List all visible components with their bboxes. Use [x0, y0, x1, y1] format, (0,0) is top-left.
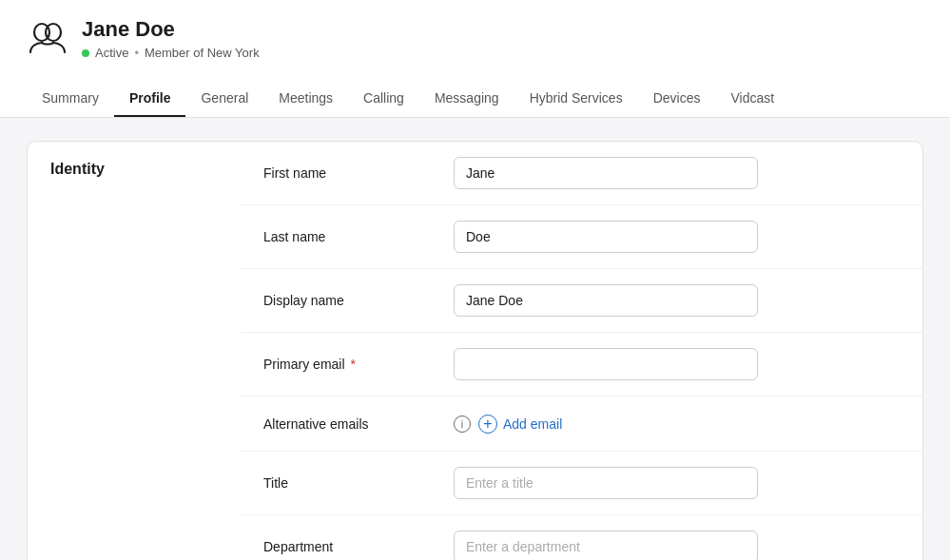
title-input-wrapper: [454, 467, 758, 499]
identity-card: Identity First name Last name: [27, 141, 923, 560]
alt-emails-label: Alternative emails: [263, 416, 454, 432]
first-name-input[interactable]: [454, 157, 758, 189]
identity-label-column: Identity: [28, 142, 241, 560]
avatar: [27, 18, 68, 60]
first-name-row: First name: [241, 142, 922, 205]
tab-summary[interactable]: Summary: [27, 81, 114, 117]
member-of-label: Member of New York: [145, 46, 260, 60]
main-content: Identity First name Last name: [0, 118, 950, 560]
first-name-label: First name: [263, 165, 454, 181]
display-name-input[interactable]: [454, 284, 758, 317]
identity-fields-column: First name Last name Display name: [241, 142, 922, 560]
title-label: Title: [263, 475, 454, 491]
tab-profile[interactable]: Profile: [114, 81, 186, 117]
department-input-wrapper: [454, 531, 758, 560]
section-identity-label: Identity: [50, 161, 105, 177]
add-circle-icon: +: [478, 415, 497, 434]
department-row: Department: [241, 515, 922, 560]
status-dot: [82, 49, 89, 57]
title-input[interactable]: [454, 467, 758, 499]
nav-tabs: Summary Profile General Meetings Calling…: [27, 81, 923, 117]
required-indicator: *: [350, 357, 355, 372]
tab-calling[interactable]: Calling: [348, 81, 419, 117]
svg-point-1: [46, 24, 61, 41]
primary-email-label: Primary email *: [263, 357, 454, 372]
display-name-row: Display name: [241, 269, 922, 333]
last-name-row: Last name: [241, 205, 922, 269]
user-meta: Active • Member of New York: [82, 46, 260, 60]
tab-meetings[interactable]: Meetings: [263, 81, 348, 117]
last-name-label: Last name: [263, 229, 454, 244]
display-name-label: Display name: [263, 293, 454, 308]
title-row: Title: [241, 452, 922, 515]
tab-vidcast[interactable]: Vidcast: [715, 81, 789, 117]
department-label: Department: [263, 539, 454, 554]
info-icon[interactable]: i: [454, 415, 471, 433]
user-name: Jane Doe: [82, 17, 260, 42]
primary-email-input[interactable]: [454, 348, 758, 380]
status-label: Active: [95, 46, 128, 60]
display-name-input-wrapper: [454, 284, 758, 317]
add-email-button[interactable]: + Add email: [478, 415, 562, 434]
alt-email-content: i + Add email: [454, 415, 562, 434]
user-details: Jane Doe Active • Member of New York: [82, 17, 260, 60]
dot-sep: •: [134, 46, 139, 60]
primary-email-input-wrapper: [454, 348, 758, 380]
identity-section: Identity First name Last name: [28, 142, 922, 560]
last-name-input-wrapper: [454, 221, 758, 253]
primary-email-row: Primary email *: [241, 333, 922, 396]
department-input[interactable]: [454, 531, 758, 560]
tab-general[interactable]: General: [185, 81, 263, 117]
tab-devices[interactable]: Devices: [638, 81, 716, 117]
first-name-input-wrapper: [454, 157, 758, 189]
add-email-label: Add email: [503, 416, 562, 432]
alt-emails-row: Alternative emails i + Add email: [241, 396, 922, 452]
user-info-bar: Jane Doe Active • Member of New York: [27, 17, 923, 73]
tab-hybrid-services[interactable]: Hybrid Services: [514, 81, 638, 117]
page-header: Jane Doe Active • Member of New York Sum…: [0, 0, 950, 118]
tab-messaging[interactable]: Messaging: [419, 81, 514, 117]
last-name-input[interactable]: [454, 221, 758, 253]
